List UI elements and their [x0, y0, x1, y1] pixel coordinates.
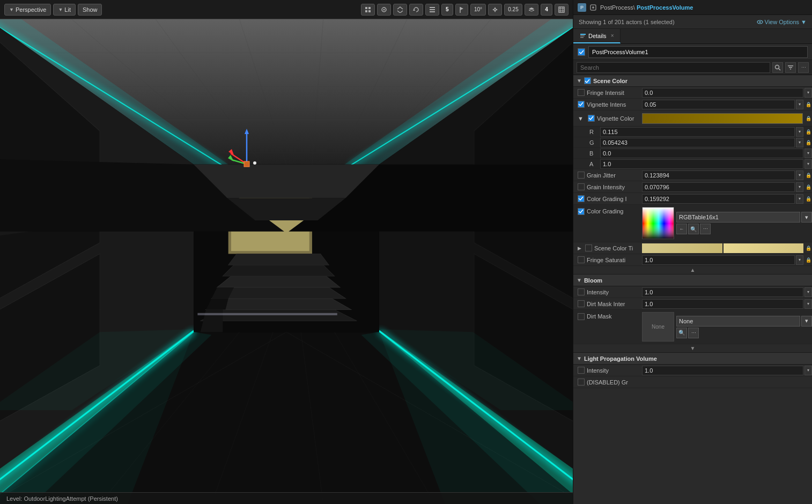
vignette-color-collapse-arrow[interactable]: ▼ [578, 115, 584, 122]
scene-color-section-header[interactable]: ▼ Scene Color [573, 75, 812, 87]
name-checkbox[interactable] [578, 48, 585, 56]
scene-color-tint-lock[interactable]: 🔒 [804, 244, 812, 252]
camera-icon-btn[interactable] [377, 4, 391, 16]
expand-icon-btn[interactable] [393, 4, 407, 16]
dirt-mask-checkbox[interactable] [578, 313, 585, 320]
color-grading-intensity-spinner[interactable]: ▾ [796, 194, 803, 204]
grain-jitter-spinner[interactable]: ▾ [796, 171, 803, 180]
properties-scroll[interactable]: ▼ Scene Color Fringe Intensit ▾ V [573, 75, 812, 504]
dirt-mask-intensity-spinner[interactable]: ▾ [804, 299, 812, 309]
grain-jitter-checkbox[interactable] [578, 172, 585, 179]
g-lock[interactable]: 🔒 [804, 139, 812, 146]
b-input[interactable] [600, 149, 803, 158]
details-tab-close[interactable]: × [611, 33, 614, 39]
scene-color-checkbox[interactable] [584, 77, 591, 84]
fringe-saturation-input[interactable] [642, 255, 795, 265]
search-options-button[interactable]: ⋯ [798, 62, 809, 73]
vignette-intensity-checkbox[interactable] [578, 101, 585, 108]
search-input[interactable] [577, 62, 770, 73]
property-filter-button[interactable] [785, 62, 796, 73]
perspective-label: Perspective [16, 6, 46, 13]
dirt-mask-search[interactable]: 🔍 [676, 328, 687, 338]
scale-btn[interactable]: 0.25 [504, 4, 522, 16]
light-propagation-section-header[interactable]: ▼ Light Propagation Volume [573, 353, 812, 365]
vignette-intensity-lock[interactable]: 🔒 [804, 101, 812, 108]
layers-icon-btn[interactable] [525, 4, 538, 16]
vignette-color-checkbox[interactable] [588, 115, 595, 122]
scene-3d[interactable] [0, 19, 573, 504]
angle-btn[interactable]: 10° [470, 4, 486, 16]
fringe-saturation-label: Fringe Saturati [587, 257, 625, 263]
texture-back-btn[interactable]: ← [676, 224, 687, 234]
dirt-mask-thumbnail[interactable]: None [642, 312, 674, 342]
fringe-intensity-input[interactable] [642, 88, 803, 98]
grain-intensity-spinner[interactable]: ▾ [796, 182, 803, 192]
scene-color-tint-expand[interactable]: ▶ [578, 246, 581, 251]
g-input[interactable] [600, 138, 795, 147]
color-grading-texture-checkbox[interactable] [578, 208, 585, 215]
fringe-intensity-checkbox[interactable] [578, 89, 585, 96]
num5-btn[interactable]: 5 [441, 4, 453, 16]
perspective-button[interactable]: ▼ Perspective [4, 4, 51, 16]
fringe-saturation-spinner[interactable]: ▾ [796, 255, 803, 265]
grain-jitter-input[interactable] [642, 171, 795, 180]
table-icon-btn[interactable] [425, 4, 439, 16]
fringe-saturation-checkbox[interactable] [578, 256, 585, 263]
flag-icon-btn[interactable] [455, 4, 468, 16]
lpv-intensity-spinner[interactable]: ▾ [804, 366, 812, 375]
dirt-mask-intensity-checkbox[interactable] [578, 300, 585, 307]
grid-icon-btn[interactable] [361, 4, 375, 16]
rotate-icon-btn[interactable] [409, 4, 423, 16]
dirt-mask-dropdown[interactable]: ▾ [801, 316, 812, 327]
r-spinner[interactable]: ▾ [796, 127, 803, 137]
vignette-intensity-spinner[interactable]: ▾ [796, 100, 803, 109]
grain-intensity-checkbox[interactable] [578, 183, 585, 190]
vignette-color-swatch[interactable] [642, 113, 803, 124]
b-spinner[interactable]: ▾ [804, 149, 812, 158]
color-grading-intensity-lock[interactable]: 🔒 [804, 195, 812, 203]
lit-button[interactable]: ▼ Lit [53, 4, 76, 16]
bloom-intensity-checkbox[interactable] [578, 288, 585, 295]
fringe-saturation-lock[interactable]: 🔒 [804, 256, 812, 264]
dirt-mask-intensity-input[interactable] [642, 299, 803, 309]
search-button[interactable] [772, 62, 783, 73]
vignette-color-lock[interactable]: 🔒 [804, 115, 812, 122]
grain-intensity-lock[interactable]: 🔒 [804, 183, 812, 191]
color-grading-thumbnail[interactable] [642, 207, 674, 239]
maximize-btn[interactable] [555, 4, 569, 16]
bloom-section-header[interactable]: ▼ Bloom [573, 275, 812, 286]
details-tab[interactable]: Details × [573, 29, 621, 43]
grain-jitter-lock[interactable]: 🔒 [804, 172, 812, 179]
dirt-mask-menu[interactable]: ⋯ [688, 328, 699, 338]
view-options-button[interactable]: View Options ▼ [757, 19, 807, 25]
color-grading-intensity-checkbox[interactable] [578, 195, 585, 202]
grain-intensity-input[interactable] [642, 182, 795, 192]
move-icon-btn[interactable] [488, 4, 502, 16]
texture-search-btn[interactable]: 🔍 [688, 224, 699, 234]
num4-btn[interactable]: 4 [541, 4, 552, 16]
dirt-mask-name: None [676, 316, 800, 327]
bloom-expand-arrow[interactable]: ▼ [573, 344, 812, 353]
color-grading-intensity-input[interactable] [642, 194, 795, 204]
lpv-intensity-input[interactable] [642, 366, 803, 375]
bloom-intensity-spinner[interactable]: ▾ [804, 287, 812, 297]
a-spinner[interactable]: ▾ [804, 159, 812, 169]
bloom-intensity-input[interactable] [642, 287, 803, 297]
fringe-intensity-spinner[interactable]: ▾ [804, 88, 812, 98]
r-lock[interactable]: 🔒 [804, 128, 812, 136]
section-collapse-indicator[interactable]: ▲ [573, 266, 812, 275]
scene-color-tint-swatch[interactable] [642, 243, 803, 253]
a-input[interactable] [600, 159, 803, 169]
lpv-intensity-checkbox[interactable] [578, 367, 585, 374]
texture-dropdown-btn[interactable]: ▾ [801, 212, 812, 223]
name-input[interactable] [588, 46, 808, 58]
vignette-intensity-input[interactable] [642, 100, 795, 109]
svg-rect-98 [788, 65, 793, 66]
texture-menu-btn[interactable]: ⋯ [700, 224, 711, 234]
show-button[interactable]: Show [78, 4, 102, 16]
eye-icon [757, 19, 763, 25]
g-spinner[interactable]: ▾ [796, 138, 803, 147]
r-input[interactable] [600, 127, 795, 137]
scene-color-tint-checkbox[interactable] [585, 244, 592, 251]
lpv-disabled-checkbox[interactable] [578, 379, 585, 386]
